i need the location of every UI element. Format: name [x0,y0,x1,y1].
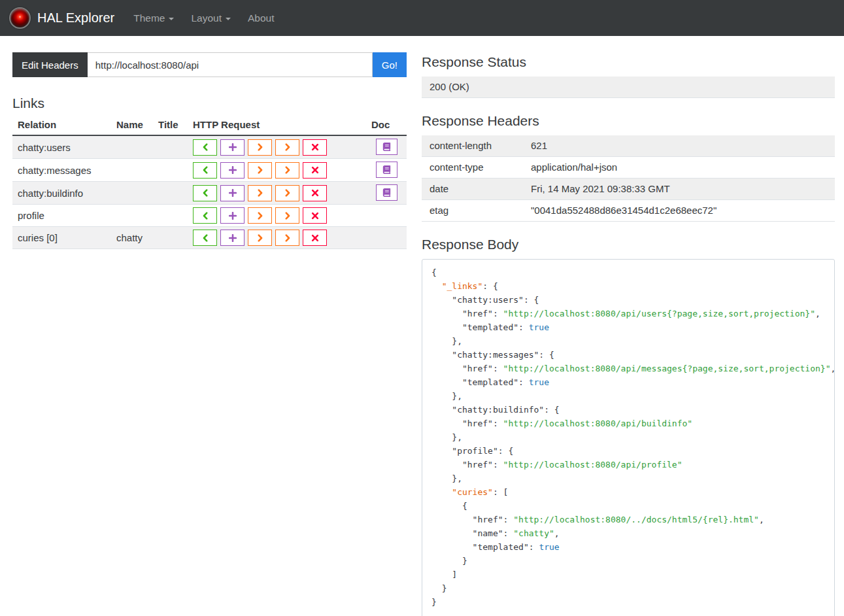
url-input[interactable] [88,52,373,77]
chevron-left-icon [201,143,209,151]
chevron-right-icon [256,166,264,174]
response-status-title: Response Status [422,53,835,71]
code-line: "templated": true [431,320,830,334]
code-line: } [431,554,830,568]
response-header-row: etag"0041da552488d86e31454d1c2e68eec72" [422,200,835,222]
hal-9000-logo-icon [9,7,31,29]
get-button[interactable] [193,162,217,179]
link-relation: chatty:buildinfo [12,182,111,205]
doc-cell [366,205,407,227]
book-icon [382,143,391,151]
put-button[interactable] [248,230,272,246]
link-row: profile [12,205,407,227]
chevron-left-icon [201,234,209,242]
code-line: "chatty:messages": { [431,348,830,362]
patch-button[interactable] [275,139,299,156]
column-header-name: Name [111,115,153,135]
delete-button[interactable] [303,207,327,224]
patch-button[interactable] [275,185,299,201]
doc-button[interactable] [376,139,397,155]
http-request-cell [188,135,366,159]
link-row: chatty:users [12,135,407,159]
link-name [111,205,153,227]
nav-item-about[interactable]: About [239,7,283,30]
response-panel: Response Status 200 (OK) Response Header… [422,52,835,616]
link-name [111,182,153,205]
link-name [111,159,153,182]
put-button[interactable] [248,207,272,224]
patch-button[interactable] [275,207,299,224]
post-button[interactable] [220,230,245,246]
code-line: "templated": true [431,540,830,554]
http-request-cell [188,227,366,249]
code-line: } [431,595,830,609]
nav-menu: ThemeLayoutAbout [125,7,282,30]
post-button[interactable] [220,139,245,156]
code-line: "templated": true [431,375,830,389]
plus-icon [229,189,237,197]
code-line: "href": "http://localhost:8080/api/messa… [431,362,830,375]
patch-button[interactable] [275,162,299,179]
chevron-right-icon [284,234,292,242]
nav-item-layout[interactable]: Layout [182,7,239,30]
x-icon [311,212,319,220]
code-line: "profile": { [431,444,830,458]
brand[interactable]: HAL Explorer [9,7,114,29]
go-button[interactable]: Go! [373,52,407,77]
header-value: 621 [523,135,835,157]
response-body-title: Response Body [422,235,835,253]
chevron-right-icon [256,212,264,220]
caret-down-icon [169,18,174,20]
doc-cell [366,159,407,182]
code-line: }, [431,334,830,348]
code-line: }, [431,471,830,485]
delete-button[interactable] [303,139,327,156]
put-button[interactable] [248,185,272,201]
link-title [153,182,188,205]
brand-label: HAL Explorer [37,10,114,26]
x-icon [311,166,319,174]
post-button[interactable] [220,185,245,201]
get-button[interactable] [193,139,217,156]
put-button[interactable] [248,139,272,156]
code-line: "href": "http://localhost:8080/../docs/h… [431,513,830,526]
chevron-right-icon [256,189,264,197]
doc-button[interactable] [376,162,397,178]
get-button[interactable] [193,185,217,201]
post-button[interactable] [220,162,245,179]
link-title [153,205,188,227]
plus-icon [229,166,237,174]
nav-item-theme[interactable]: Theme [125,7,182,30]
put-button[interactable] [248,162,272,179]
code-line: }, [431,389,830,403]
request-bar: Edit Headers Go! [12,52,407,77]
delete-button[interactable] [303,185,327,201]
code-line: }, [431,430,830,444]
link-row: curies [0]chatty [12,227,407,249]
chevron-left-icon [201,166,209,174]
column-header-http-request: HTTP Request [188,115,366,135]
links-title: Links [12,94,407,112]
link-title [153,227,188,249]
x-icon [311,234,319,242]
header-name: content-length [422,135,523,157]
get-button[interactable] [193,207,217,224]
doc-cell [366,135,407,159]
plus-icon [229,234,237,242]
response-header-row: content-length621 [422,135,835,157]
doc-button[interactable] [376,184,397,201]
patch-button[interactable] [275,230,299,246]
post-button[interactable] [220,207,245,224]
edit-headers-button[interactable]: Edit Headers [12,52,88,77]
code-line: "href": "http://localhost:8080/api/build… [431,417,830,430]
delete-button[interactable] [303,162,327,179]
page-content: Edit Headers Go! Links RelationNameTitle… [0,36,844,616]
link-row: chatty:buildinfo [12,182,407,205]
header-name: content-type [422,157,523,179]
get-button[interactable] [193,230,217,246]
status-row: 200 (OK) [422,77,835,98]
chevron-right-icon [284,166,292,174]
delete-button[interactable] [303,230,327,246]
response-headers-title: Response Headers [422,112,835,129]
code-line: "curies": [ [431,485,830,499]
